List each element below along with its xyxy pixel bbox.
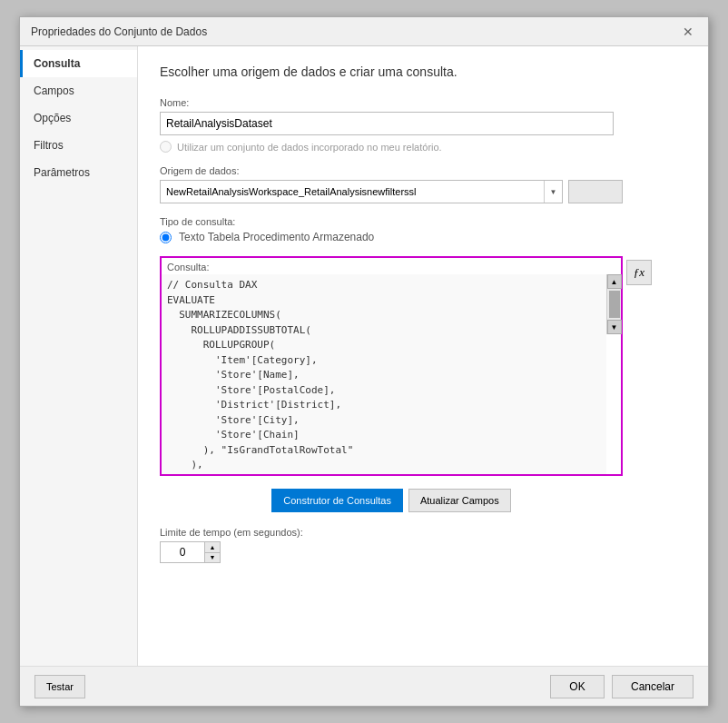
query-box-wrapper: // Consulta DAX EVALUATE SUMMARIZECOLUMN… [162, 274, 621, 474]
dialog-footer: Testar OK Cancelar [20, 666, 708, 706]
dialog-title: Propriedades do Conjunto de Dados [31, 25, 207, 38]
name-input[interactable] [160, 112, 614, 135]
query-area: Consulta: // Consulta DAX EVALUATE SUMMA… [160, 256, 623, 476]
name-label: Nome: [160, 97, 686, 108]
close-button[interactable]: ✕ [679, 23, 697, 41]
timeout-section: Limite de tempo (em segundos): ▲ ▼ [160, 527, 686, 563]
dialog-titlebar: Propriedades do Conjunto de Dados ✕ [20, 17, 708, 46]
query-textarea[interactable]: // Consulta DAX EVALUATE SUMMARIZECOLUMN… [162, 274, 606, 474]
embedded-radio[interactable] [160, 141, 172, 153]
dropdown-arrow-icon: ▼ [544, 181, 562, 203]
data-source-field-group: Origem de dados: NewRetailAnalysisWorksp… [160, 165, 686, 203]
query-type-radio[interactable] [160, 232, 172, 243]
embedded-radio-label: Utilizar um conjunto de dados incorporad… [160, 141, 686, 153]
ok-button[interactable]: OK [550, 675, 605, 698]
refresh-fields-button[interactable]: Atualizar Campos [408, 489, 511, 512]
data-source-row: NewRetailAnalysisWorkspace_RetailAnalysi… [160, 180, 623, 203]
query-builder-button[interactable]: Construtor de Consultas [271, 489, 403, 512]
fx-button[interactable]: ƒx [626, 260, 652, 285]
spinner-down-button[interactable]: ▼ [205, 553, 220, 563]
dataset-properties-dialog: Propriedades do Conjunto de Dados ✕ Cons… [19, 16, 709, 707]
sidebar: Consulta Campos Opções Filtros Parâmetro… [20, 46, 138, 666]
action-buttons-row: Construtor de Consultas Atualizar Campos [160, 489, 623, 512]
section-title: Escolher uma origem de dados e criar uma… [160, 64, 686, 79]
query-area-container: Consulta: // Consulta DAX EVALUATE SUMMA… [160, 256, 623, 476]
sidebar-item-parametros[interactable]: Parâmetros [20, 159, 137, 186]
data-source-dropdown[interactable]: NewRetailAnalysisWorkspace_RetailAnalysi… [160, 180, 563, 203]
name-field-group: Nome: Utilizar um conjunto de dados inco… [160, 97, 686, 153]
query-scrollbar: ▲ ▼ [606, 274, 621, 334]
data-source-edit-button[interactable] [568, 180, 623, 203]
sidebar-item-opcoes[interactable]: Opções [20, 104, 137, 132]
test-button[interactable]: Testar [34, 675, 85, 698]
query-type-option: Texto Tabela Procedimento Armazenado [179, 231, 374, 243]
timeout-label: Limite de tempo (em segundos): [160, 527, 686, 538]
dialog-body: Consulta Campos Opções Filtros Parâmetro… [20, 46, 708, 666]
spinner-up-button[interactable]: ▲ [205, 542, 220, 553]
data-source-label: Origem de dados: [160, 165, 686, 176]
data-source-value: NewRetailAnalysisWorkspace_RetailAnalysi… [161, 186, 544, 197]
timeout-input[interactable] [160, 541, 205, 563]
main-content: Escolher uma origem de dados e criar uma… [138, 46, 708, 666]
cancel-button[interactable]: Cancelar [612, 675, 694, 698]
scrollbar-down-button[interactable]: ▼ [607, 320, 622, 334]
query-type-row: Texto Tabela Procedimento Armazenado [160, 231, 686, 243]
sidebar-item-campos[interactable]: Campos [20, 77, 137, 104]
scrollbar-thumb[interactable] [609, 291, 620, 318]
timeout-spinner: ▲ ▼ [205, 541, 221, 563]
sidebar-item-filtros[interactable]: Filtros [20, 132, 137, 159]
timeout-input-row: ▲ ▼ [160, 541, 686, 563]
query-type-section: Tipo de consulta: Texto Tabela Procedime… [160, 216, 686, 243]
scrollbar-up-button[interactable]: ▲ [607, 274, 622, 289]
query-type-label: Tipo de consulta: [160, 216, 686, 227]
query-label: Consulta: [162, 258, 621, 274]
sidebar-item-consulta[interactable]: Consulta [20, 50, 137, 77]
